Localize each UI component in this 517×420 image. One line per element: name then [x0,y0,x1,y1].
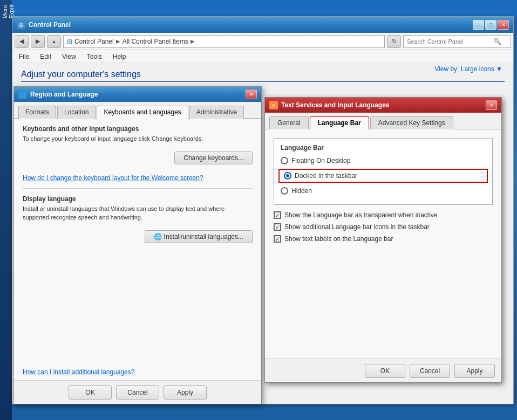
ts-ok-btn[interactable]: OK [365,364,405,378]
region-title: Region and Language [30,91,246,98]
cp-minimize-btn[interactable]: ─ [473,20,484,30]
change-keyboards-btn[interactable]: Change keyboards... [174,152,253,164]
refresh-btn[interactable]: ↻ [387,35,401,48]
ts-title: Text Services and Input Languages [281,101,486,109]
tab-location[interactable]: Location [57,106,96,119]
radio-floating-circle[interactable] [281,157,288,164]
region-cancel-btn[interactable]: Cancel [116,385,159,400]
checkbox-transparent[interactable]: Show the Language bar as transparent whe… [274,211,493,219]
forward-btn[interactable]: ▶ [31,35,45,48]
ts-cancel-btn[interactable]: Cancel [410,364,450,378]
menu-file[interactable]: File [17,52,31,61]
globe-icon: 🌐 [154,233,162,240]
ts-tab-advanced-key[interactable]: Advanced Key Settings [370,116,453,129]
radio-hidden[interactable]: Hidden [281,187,486,195]
install-languages-link-container: How can I install additional languages? [23,368,134,376]
region-titlebar: 🌐 Region and Language ✕ [14,87,261,102]
ts-footer: OK Cancel Apply [265,359,501,382]
tab-administrative[interactable]: Administrative [189,106,244,119]
radio-floating[interactable]: Floating On Desktop [281,157,486,164]
menu-view[interactable]: View [60,52,78,61]
ts-apply-btn[interactable]: Apply [454,364,495,378]
region-footer: OK Cancel Apply [14,380,261,404]
up-btn[interactable]: ▲ [47,35,61,48]
region-close-btn[interactable]: ✕ [246,89,257,99]
breadcrumb-part1[interactable]: Control Panel [74,38,114,45]
checkbox-additional-icons[interactable]: Show additional Language bar icons in th… [274,223,493,231]
search-input[interactable] [407,38,493,45]
cp-title: Control Panel [29,21,473,29]
section-divider [23,188,253,189]
menu-edit[interactable]: Edit [38,52,53,61]
tab-formats[interactable]: Formats [18,106,56,119]
install-additional-link[interactable]: How can I install additional languages? [23,368,134,376]
lang-bar-group-title: Language Bar [281,144,486,152]
display-lang-title: Display language [23,195,253,203]
ts-icon: A [269,101,278,109]
cp-maximize-btn[interactable]: □ [485,20,496,30]
region-tabs: Formats Location Keyboards and Languages… [14,102,261,119]
region-content: Keyboards and other input languages To c… [14,119,261,393]
breadcrumb-arrow2: ▶ [191,38,195,44]
search-icon: 🔍 [493,38,501,45]
text-services-dialog: A Text Services and Input Languages ✕ Ge… [264,97,502,383]
cp-icon: ⊞ [17,20,25,29]
back-btn[interactable]: ◀ [15,35,29,48]
view-by-label: View by: [434,65,459,73]
region-icon: 🌐 [18,90,27,99]
keyboards-section-desc: To change your keyboard or input languag… [23,135,253,143]
cp-close-btn[interactable]: ✕ [498,20,509,30]
radio-docked-container: Docked in the taskbar [278,169,488,183]
menu-help[interactable]: Help [111,52,128,61]
menu-tools[interactable]: Tools [85,52,104,61]
radio-floating-label: Floating On Desktop [291,157,350,164]
ts-titlebar: A Text Services and Input Languages ✕ [265,98,501,113]
left-panel: Micro Expre [0,0,12,420]
ts-tab-general[interactable]: General [269,116,309,129]
checkbox-transparent-box[interactable] [274,211,281,219]
region-language-dialog: 🌐 Region and Language ✕ Formats Location… [13,86,262,404]
cp-menubar: File Edit View Tools Help [12,50,513,63]
install-languages-btn[interactable]: 🌐 Install/uninstall languages... [145,230,253,243]
ts-tabs: General Language Bar Advanced Key Settin… [265,113,501,129]
cp-heading: Adjust your computer's settings [21,70,505,82]
radio-hidden-label: Hidden [291,187,312,195]
cp-icon-small: ⊞ [67,38,72,45]
region-ok-btn[interactable]: OK [69,385,112,400]
ts-tab-language-bar[interactable]: Language Bar [310,116,369,129]
radio-docked[interactable]: Docked in the taskbar [284,172,482,180]
checkbox-text-labels-label: Show text labels on the Language bar [284,235,393,243]
search-box-container: 🔍 [403,35,511,48]
address-breadcrumb[interactable]: ⊞ Control Panel ▶ All Control Panel Item… [63,35,385,48]
view-by-value[interactable]: Large icons ▼ [461,65,502,73]
ts-content: Language Bar Floating On Desktop Docked … [265,129,501,371]
breadcrumb-part2[interactable]: All Control Panel Items [123,38,188,45]
checkbox-additional-icons-label: Show additional Language bar icons in th… [284,223,430,231]
tab-keyboards[interactable]: Keyboards and Languages [97,106,188,119]
cp-titlebar: ⊞ Control Panel ─ □ ✕ [12,17,513,33]
checkbox-transparent-label: Show the Language bar as transparent whe… [284,211,438,219]
language-bar-group: Language Bar Floating On Desktop Docked … [274,138,493,205]
radio-docked-circle[interactable] [284,172,291,180]
display-lang-desc: Install or uninstall languages that Wind… [23,205,253,222]
keyboards-section-title: Keyboards and other input languages [23,125,253,133]
checkbox-text-labels[interactable]: Show text labels on the Language bar [274,235,493,243]
region-apply-btn[interactable]: Apply [164,385,207,400]
checkbox-additional-icons-box[interactable] [274,223,281,231]
ts-close-btn[interactable]: ✕ [486,100,497,110]
view-by: View by: Large icons ▼ [434,65,502,73]
cp-window-buttons: ─ □ ✕ [473,20,509,30]
radio-hidden-circle[interactable] [281,187,288,195]
cp-addressbar: ◀ ▶ ▲ ⊞ Control Panel ▶ All Control Pane… [12,33,513,50]
checkbox-text-labels-box[interactable] [274,235,281,243]
radio-docked-label: Docked in the taskbar [295,172,357,180]
welcome-screen-link[interactable]: How do I change the keyboard layout for … [23,174,203,182]
breadcrumb-arrow1: ▶ [116,38,120,44]
